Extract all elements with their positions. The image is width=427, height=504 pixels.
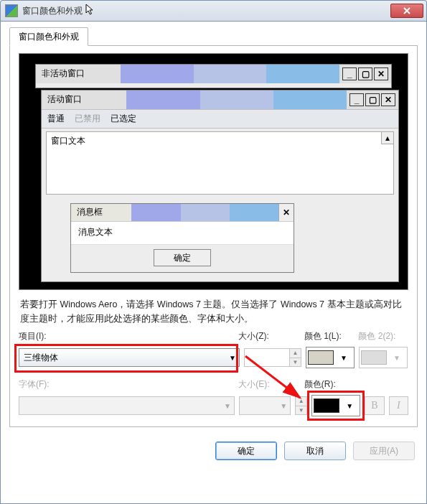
cancel-button[interactable]: 取消 xyxy=(284,442,346,460)
preview-message-box: 消息框 ✕ 消息文本 确定 xyxy=(70,203,294,273)
menu-selected: 已选定 xyxy=(111,113,136,125)
dialog-buttons: 确定 取消 应用(A) xyxy=(9,442,418,460)
chevron-down-icon: ▼ xyxy=(341,402,358,410)
menu-disabled: 已禁用 xyxy=(75,113,100,125)
label-size1: 大小(Z): xyxy=(238,330,300,342)
spin-up-icon: ▲ xyxy=(289,349,301,358)
menu-normal: 普通 xyxy=(47,113,65,125)
message-text-sample: 消息文本 xyxy=(71,221,294,244)
description-text: 若要打开 Windows Aero，请选择 Windows 7 主题。仅当选择了… xyxy=(20,297,407,326)
titlebar[interactable]: 窗口颜色和外观 xyxy=(0,0,427,21)
spin-down-icon: ▼ xyxy=(289,358,301,367)
message-box-title: 消息框 xyxy=(71,204,131,221)
close-icon: ✕ xyxy=(278,204,294,221)
item-dropdown-value: 三维物体 xyxy=(24,352,58,364)
color1-swatch xyxy=(308,350,334,365)
label-colorR: 颜色(R): xyxy=(304,378,355,391)
spin-up-icon: ▲ xyxy=(295,397,306,406)
preview-area: 非活动窗口 _ ▢ ✕ 活动窗口 xyxy=(19,53,408,290)
bold-button: B xyxy=(365,396,384,415)
size2-dropdown: ▼ xyxy=(239,396,291,415)
preview-menubar: 普通 已禁用 已选定 xyxy=(42,109,398,129)
colorR-button[interactable]: ▼ xyxy=(311,395,360,416)
minimize-icon: _ xyxy=(349,93,364,106)
item-dropdown[interactable]: 三维物体 ▼ xyxy=(19,348,240,367)
label-font: 字体(F): xyxy=(19,378,234,391)
spin-down-icon: ▼ xyxy=(295,406,306,415)
preview-inactive-window: 非活动窗口 _ ▢ ✕ xyxy=(35,64,392,88)
close-icon: ✕ xyxy=(381,93,395,106)
inactive-window-title: 非活动窗口 xyxy=(36,65,121,83)
chevron-down-icon: ▼ xyxy=(224,402,231,410)
close-icon: ✕ xyxy=(374,67,388,80)
maximize-icon: ▢ xyxy=(365,93,380,106)
window-title: 窗口颜色和外观 xyxy=(22,5,83,17)
scroll-up-icon: ▴ xyxy=(381,132,393,144)
maximize-icon: ▢ xyxy=(358,67,372,80)
dialog-window: 窗口颜色和外观 窗口颜色和外观 非活动窗口 xyxy=(0,0,427,504)
label-color2: 颜色 2(2): xyxy=(358,330,408,342)
size1-spinner: ▲ ▼ xyxy=(244,348,301,367)
color2-swatch xyxy=(361,350,387,365)
tabs: 窗口颜色和外观 xyxy=(9,27,418,46)
size2-spin: ▲ ▼ xyxy=(295,396,307,415)
apply-button: 应用(A) xyxy=(353,442,415,460)
app-icon xyxy=(5,4,18,17)
label-item: 项目(I): xyxy=(19,330,234,342)
preview-active-window: 活动窗口 _ ▢ ✕ 普通 已禁用 已选定 xyxy=(41,90,399,282)
color2-button: ▼ xyxy=(359,347,408,368)
client-area: 窗口颜色和外观 非活动窗口 _ ▢ ✕ xyxy=(0,21,427,504)
italic-button: I xyxy=(389,396,408,415)
preview-textarea: 窗口文本 ▴ xyxy=(46,131,394,195)
active-window-title: 活动窗口 xyxy=(42,90,126,109)
label-size2: 大小(E): xyxy=(238,378,300,391)
close-button[interactable] xyxy=(390,4,423,18)
colorR-swatch xyxy=(314,398,339,413)
preview-ok-button: 确定 xyxy=(154,249,211,266)
tab-panel: 非活动窗口 _ ▢ ✕ 活动窗口 xyxy=(9,45,418,427)
close-icon xyxy=(403,7,410,14)
controls-grid: 项目(I): 大小(Z): 颜色 1(L): 颜色 2(2): 三维物体 ▼ xyxy=(19,330,408,416)
chevron-down-icon: ▼ xyxy=(280,402,287,410)
chevron-down-icon: ▼ xyxy=(335,354,352,362)
minimize-icon: _ xyxy=(342,67,357,80)
chevron-down-icon: ▼ xyxy=(229,354,236,362)
font-dropdown: ▼ xyxy=(19,396,235,415)
color1-button[interactable]: ▼ xyxy=(306,347,355,368)
title-left: 窗口颜色和外观 xyxy=(5,4,87,17)
label-color1: 颜色 1(L): xyxy=(304,330,355,342)
window-text-sample: 窗口文本 xyxy=(51,136,85,146)
tab-appearance[interactable]: 窗口颜色和外观 xyxy=(9,27,88,46)
chevron-down-icon: ▼ xyxy=(388,354,405,362)
ok-button[interactable]: 确定 xyxy=(215,442,277,460)
